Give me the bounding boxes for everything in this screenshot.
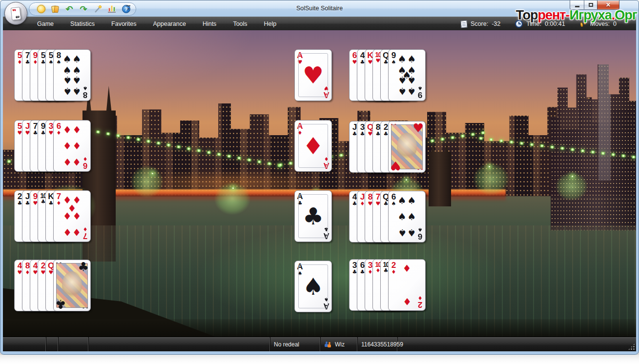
minimize-icon: [575, 6, 579, 7]
new-game-sun-icon[interactable]: [36, 4, 46, 14]
magic-wand-icon: [93, 5, 102, 14]
toolbar-overflow-button[interactable]: ▼: [125, 5, 132, 11]
card-A♣[interactable]: A♣A♣♣: [294, 190, 332, 242]
select-game-cards-icon[interactable]: [50, 4, 60, 14]
menu-item-help[interactable]: Help: [263, 19, 278, 29]
status-panel: [88, 337, 270, 351]
redo-icon: ↷: [80, 5, 87, 14]
card-K♣[interactable]: K♣K♣♣♣: [53, 260, 91, 311]
game-table[interactable]: 5♦7♣9♦5♣5♠8♠8♠♠♠♠♠♠♠♠♠ 5♥J♥7♣9♣3♥6♦6♦♦♦♦…: [3, 30, 636, 338]
menu-item-appearance[interactable]: Appearance: [152, 19, 186, 29]
maximize-icon: [589, 3, 593, 7]
undo-button[interactable]: ↶: [64, 4, 74, 14]
menu-item-hints[interactable]: Hints: [202, 19, 217, 29]
desktop-background: [0, 355, 639, 364]
menu-item-statistics[interactable]: Statistics: [69, 19, 96, 29]
card-2♦[interactable]: 2♦2♦♦♦: [388, 259, 426, 311]
status-panel: [58, 337, 88, 351]
score-notepad-icon: [461, 20, 468, 28]
card-A♥[interactable]: A♥A♥♥: [294, 49, 332, 101]
card-8♠[interactable]: 8♠8♠♠♠♠♠♠♠♠♠: [53, 49, 91, 101]
status-redeal: No redeal: [270, 337, 320, 351]
watermark-torrent-igruha: Торрент-Игруха.Орг: [516, 8, 637, 23]
quick-access-toolbar: ↶ ↷ ?: [29, 2, 136, 16]
undo-icon: ↶: [65, 5, 73, 14]
player-icon: [324, 341, 332, 348]
close-icon: ✕: [606, 1, 611, 8]
statistics-chart-icon: [108, 5, 116, 13]
card-6♦[interactable]: 6♦6♦♦♦♦♦♦♦: [53, 120, 91, 172]
card-A♠[interactable]: A♠A♠♠: [294, 261, 332, 312]
card-6♠[interactable]: 6♠6♠♠♠♠♠♠♠: [388, 191, 426, 243]
status-game-number: 1164335518959: [357, 337, 397, 351]
card-9♠[interactable]: 9♠9♠♠♠♠♠♠♠♠♠♠: [388, 49, 426, 101]
score-value: -32: [492, 20, 500, 27]
status-panel: [3, 337, 46, 351]
app-window: SolSuite Solitaire ↶ ↷ ? ▼: [0, 0, 639, 355]
score-label: Score:: [471, 20, 488, 27]
menu-items: GameStatisticsFavoritesAppearanceHintsTo…: [3, 19, 277, 29]
app-logo-button[interactable]: ♥♦♠♣: [4, 2, 27, 25]
bridge-tower-right: [429, 143, 451, 206]
watermark-part: Игруха: [570, 8, 612, 22]
statistics-button[interactable]: [107, 4, 117, 14]
watermark-part: Орг: [615, 8, 637, 22]
menu-item-favorites[interactable]: Favorites: [110, 19, 137, 29]
watermark-part: рент-: [538, 8, 570, 22]
card-A♦[interactable]: A♦A♦♦: [294, 120, 332, 172]
menu-item-game[interactable]: Game: [36, 19, 55, 29]
watermark-part: Тор: [516, 8, 538, 22]
status-panel: [46, 337, 58, 351]
logo-playing-card: ♥♦♠♣: [11, 7, 21, 20]
cards-icon: [51, 5, 60, 14]
card-K♥[interactable]: K♥K♥♥♥: [388, 121, 426, 173]
redo-button[interactable]: ↷: [79, 4, 88, 14]
status-bar: No redeal Wiz 1164335518959: [3, 337, 636, 351]
menu-item-tools[interactable]: Tools: [232, 19, 248, 29]
chevron-down-icon: ▼: [127, 7, 130, 11]
card-7♦[interactable]: 7♦7♦♦♦♦♦♦♦♦: [53, 190, 91, 242]
magic-wand-button[interactable]: [93, 4, 103, 14]
sun-icon: [37, 5, 45, 13]
status-player: Wiz: [320, 337, 357, 351]
